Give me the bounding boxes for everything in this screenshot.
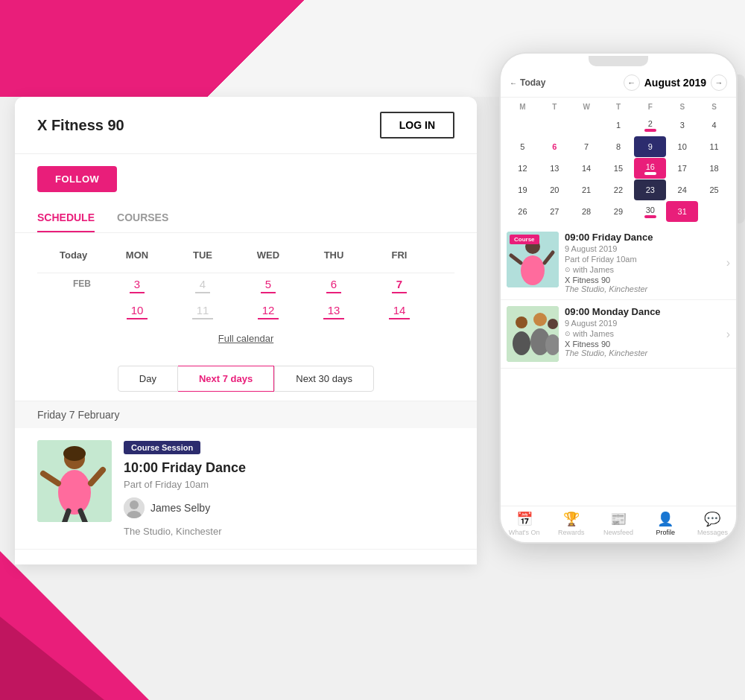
date-wed-5[interactable]: 5 (235, 273, 301, 296)
cal-date-21[interactable]: 21 (571, 179, 603, 200)
course-badge: Course Session (124, 441, 200, 454)
schedule-date-header: Friday 7 February (15, 401, 477, 428)
svg-point-9 (130, 500, 139, 509)
cal-date-6[interactable]: 6 (539, 136, 571, 157)
cal-date-30[interactable]: 30 (634, 201, 666, 222)
cal-day-w: W (571, 101, 603, 113)
phone-course-card-1[interactable]: Course 09:00 Friday Dance 9 August 2019 … (501, 226, 736, 300)
view-buttons: Day Next 7 days Next 30 days (15, 357, 477, 401)
date-thu-6[interactable]: 6 (301, 273, 367, 296)
cal-date-13[interactable]: 13 (539, 158, 571, 179)
fri-header: FRI (367, 245, 432, 265)
phone-content: ← Today ← August 2019 → M T W T F S (501, 69, 736, 506)
date-tue-11[interactable]: 11 (170, 299, 235, 322)
follow-button[interactable]: FOLLOW (37, 166, 117, 192)
week2-dates: 10 11 12 13 14 (37, 299, 454, 322)
full-calendar-link[interactable]: Full calendar (37, 325, 454, 351)
phone-chevron-1: › (726, 232, 730, 293)
tab-schedule[interactable]: SCHEDULE (37, 204, 95, 232)
cal-day-t1: T (539, 101, 571, 113)
cal-date-12[interactable]: 12 (507, 158, 539, 179)
phone-today-button[interactable]: ← Today (510, 77, 545, 88)
date-mon-3[interactable]: 3 (104, 273, 170, 296)
date-fri-7[interactable]: 7 (367, 273, 432, 296)
cal-date-empty2[interactable] (539, 115, 571, 136)
cal-date-14[interactable]: 14 (571, 158, 603, 179)
cal-date-26[interactable]: 26 (507, 201, 539, 222)
cal-day-f: F (634, 101, 666, 113)
cal-date-11[interactable]: 11 (698, 136, 730, 157)
cal-date-4[interactable]: 4 (698, 115, 730, 136)
cal-week-3: 12 13 14 15 16 17 18 (507, 158, 730, 179)
thu-header: THU (301, 245, 367, 265)
date-wed-12[interactable]: 12 (235, 299, 301, 322)
phone-course-studio-1: X Fitness 90 (565, 276, 720, 284)
phone-cal-month: ← August 2019 → (624, 74, 727, 91)
cal-date-16[interactable]: 16 (634, 158, 666, 179)
cal-date-17[interactable]: 17 (666, 158, 698, 179)
cal-date-31[interactable]: 31 (666, 201, 698, 222)
cal-date-15[interactable]: 15 (603, 158, 635, 179)
card-header: X Fitness 90 LOG IN (15, 97, 477, 154)
view-day-button[interactable]: Day (118, 366, 178, 392)
nav-whats-on-label: What's On (509, 529, 540, 536)
cal-date-9[interactable]: 9 (634, 136, 666, 157)
schedule-item: Course Session 10:00 Friday Dance Part o… (15, 428, 477, 550)
svg-point-7 (63, 446, 86, 461)
cal-date-20[interactable]: 20 (539, 179, 571, 200)
nav-messages[interactable]: 💬 Messages (689, 511, 736, 536)
phone-course-badge-1: Course (510, 235, 539, 244)
cal-date-empty1[interactable] (507, 115, 539, 136)
cal-date-5[interactable]: 5 (507, 136, 539, 157)
cal-date-18[interactable]: 18 (698, 158, 730, 179)
date-mon-10[interactable]: 10 (104, 299, 170, 322)
svg-point-2 (58, 470, 91, 515)
phone-course-subtitle-1: Part of Friday 10am (565, 255, 720, 264)
nav-whats-on[interactable]: 📅 What's On (501, 511, 548, 536)
phone-notch (589, 56, 648, 66)
calendar-nav: Today MON TUE WED THU FRI FEB 3 4 5 6 (15, 233, 477, 357)
cal-date-2[interactable]: 2 (634, 115, 666, 136)
prev-month-button[interactable]: ← (624, 74, 640, 91)
cal-date-3[interactable]: 3 (666, 115, 698, 136)
cal-date-8[interactable]: 8 (603, 136, 635, 157)
cal-date-1[interactable]: 1 (603, 115, 635, 136)
phone-cal-days-header: M T W T F S S (507, 101, 730, 113)
view-next30-button[interactable]: Next 30 days (274, 366, 374, 392)
cal-date-7[interactable]: 7 (571, 136, 603, 157)
profile-icon: 👤 (657, 511, 673, 527)
phone-course-title-1: 09:00 Friday Dance (565, 232, 720, 243)
nav-rewards[interactable]: 🏆 Rewards (548, 511, 595, 536)
cal-date-19[interactable]: 19 (507, 179, 539, 200)
login-button[interactable]: LOG IN (380, 112, 454, 139)
cal-date-28[interactable]: 28 (571, 201, 603, 222)
phone-course-card-2[interactable]: 09:00 Monday Dance 9 August 2019 ⊙ with … (501, 300, 736, 369)
next-month-button[interactable]: → (711, 74, 727, 91)
phone-course-info-1: 09:00 Friday Dance 9 August 2019 Part of… (565, 232, 720, 293)
cal-date-empty3[interactable] (571, 115, 603, 136)
tab-courses[interactable]: COURSES (117, 204, 168, 232)
instructor-name: James Selby (150, 502, 210, 514)
cal-week-4: 19 20 21 22 23 24 25 (507, 179, 730, 200)
cal-date-24[interactable]: 24 (666, 179, 698, 200)
week1-dates: FEB 3 4 5 6 7 (37, 273, 454, 296)
schedule-info: Course Session 10:00 Friday Dance Part o… (124, 440, 454, 537)
svg-point-21 (548, 319, 558, 329)
view-next7-button[interactable]: Next 7 days (178, 366, 274, 392)
cal-date-25[interactable]: 25 (698, 179, 730, 200)
cal-date-10[interactable]: 10 (666, 136, 698, 157)
cal-date-22[interactable]: 22 (603, 179, 635, 200)
cal-date-empty-end[interactable] (698, 201, 730, 222)
nav-profile[interactable]: 👤 Profile (642, 511, 689, 536)
phone-course-date-1: 9 August 2019 (565, 244, 720, 253)
cal-date-27[interactable]: 27 (539, 201, 571, 222)
cal-date-29[interactable]: 29 (603, 201, 635, 222)
cal-date-23[interactable]: 23 (634, 179, 666, 200)
date-tue-4[interactable]: 4 (170, 273, 235, 296)
date-fri-14[interactable]: 14 (367, 299, 432, 322)
phone-inner: ← Today ← August 2019 → M T W T F S (501, 54, 736, 542)
nav-newsfeed[interactable]: 📰 Newsfeed (595, 511, 641, 536)
date-thu-13[interactable]: 13 (301, 299, 367, 322)
app-title: X Fitness 90 (37, 117, 124, 134)
phone-course-title-2: 09:00 Monday Dance (565, 306, 720, 317)
